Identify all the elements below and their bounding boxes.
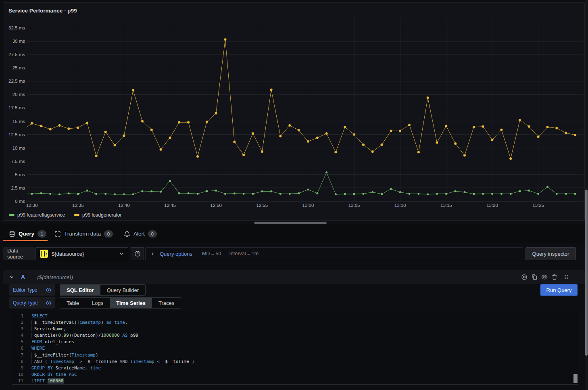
query-type-label: Query Type [13, 300, 38, 306]
code-line[interactable]: 3 ServiceName, [12, 326, 578, 332]
tab-query-label: Query [19, 231, 34, 237]
line-content: ServiceName, [23, 326, 66, 332]
bell-icon [124, 231, 130, 237]
line-number: 4 [12, 332, 23, 339]
chevron-down-icon [119, 251, 124, 256]
info-icon [46, 288, 51, 293]
code-line[interactable]: 7 $__timeFilter(Timestamp) [12, 352, 578, 359]
tab-transform-data[interactable]: Transform data 0 [54, 224, 113, 243]
run-query-button[interactable]: Run Query [540, 284, 578, 296]
editor-type-label: Editor Type [13, 287, 37, 293]
collapse-chevron-icon[interactable] [9, 274, 15, 280]
svg-text:12:40: 12:40 [118, 203, 130, 208]
duplicate-query-icon[interactable] [531, 274, 538, 280]
svg-text:15 ms: 15 ms [13, 119, 25, 124]
line-number: 1 [12, 313, 23, 319]
datasource-picker[interactable]: ${datasource} [35, 247, 128, 260]
line-content: ORDER BY time ASC [23, 371, 77, 378]
svg-text:12:45: 12:45 [164, 203, 176, 208]
delete-query-trash-icon[interactable] [551, 274, 558, 280]
svg-text:32.5 ms: 32.5 ms [8, 25, 25, 30]
line-number: 7 [12, 352, 23, 359]
tab-alert-count: 0 [148, 230, 157, 238]
query-type-option-table[interactable]: Table [60, 298, 85, 308]
tab-alert[interactable]: Alert 0 [124, 224, 157, 243]
line-number: 11 [12, 378, 23, 384]
svg-text:10 ms: 10 ms [13, 146, 25, 150]
editor-scrollbar-thumb[interactable] [573, 374, 578, 383]
query-options-section: Query options MD = 50 Interval = 1m [145, 247, 523, 260]
editor-type-option-sql-editor[interactable]: SQL Editor [60, 285, 100, 295]
active-tab-underline [3, 240, 48, 241]
datasource-label: Data source [3, 247, 35, 260]
clickhouse-logo-icon [40, 250, 48, 258]
line-number: 2 [12, 319, 23, 326]
svg-text:17.5 ms: 17.5 ms [8, 105, 25, 110]
query-row-actions [521, 274, 580, 280]
svg-text:0 ms: 0 ms [15, 199, 25, 204]
line-number: 5 [12, 339, 23, 345]
code-line[interactable]: 2 $__timeInterval(Timestamp) as time, [12, 319, 578, 326]
timeseries-panel: Service Performance - p99 0 ms2.5 ms5 ms… [3, 2, 585, 221]
code-line[interactable]: 9GROUP BY ServiceName, time [12, 365, 578, 371]
datasource-help-button[interactable] [131, 247, 144, 260]
query-inspector-button[interactable]: Query inspector [525, 247, 576, 260]
code-line[interactable]: 11LIMIT 100000 [12, 378, 578, 384]
legend-swatch [9, 214, 15, 216]
line-content: quantile(0.99)(Duration)/1000000 AS p99 [23, 332, 138, 339]
hide-response-eye-icon[interactable] [541, 274, 548, 280]
tab-query-count: 1 [38, 230, 46, 238]
record-icon[interactable] [521, 274, 528, 280]
tab-alert-label: Alert [133, 231, 145, 237]
sql-code-editor[interactable]: 1SELECT2 $__timeInterval(Timestamp) as t… [12, 311, 578, 385]
svg-text:12:35: 12:35 [72, 203, 84, 208]
max-data-points-value: MD = 50 [202, 251, 221, 257]
page-scrollbar-thumb[interactable] [585, 190, 588, 356]
legend-item[interactable]: p99 featureflagservice [9, 212, 65, 218]
svg-text:12:30: 12:30 [26, 203, 38, 208]
line-content: SELECT [23, 313, 48, 319]
query-options-toggle[interactable]: Query options [160, 251, 192, 257]
editor-tabbar: Query 1 Transform data 0 Alert 0 [0, 224, 588, 243]
legend-item[interactable]: p99 loadgenerator [74, 212, 121, 218]
svg-text:25 ms: 25 ms [13, 65, 25, 70]
query-type-option-logs[interactable]: Logs [85, 298, 110, 308]
code-line[interactable]: 8 AND ( Timestamp >= $__fromTime AND Tim… [12, 359, 578, 365]
code-line[interactable]: 1SELECT [12, 313, 578, 319]
query-row-header[interactable]: A (${datasource}) [3, 270, 585, 284]
line-content: GROUP BY ServiceName, time [23, 365, 101, 371]
line-content: $__timeFilter(Timestamp) [23, 352, 98, 359]
svg-text:12.5 ms: 12.5 ms [8, 132, 25, 137]
query-toolbar: Data source ${datasource} Query options … [3, 247, 585, 260]
query-datasource-hint: (${datasource}) [37, 274, 73, 280]
drag-handle-icon[interactable] [563, 274, 569, 280]
code-line[interactable]: 6WHERE [12, 345, 578, 352]
editor-type-option-query-builder[interactable]: Query Builder [100, 285, 145, 295]
query-type-option-traces[interactable]: Traces [152, 298, 181, 308]
line-content: LIMIT 100000 [23, 378, 64, 384]
query-type-option-time-series[interactable]: Time Series [110, 298, 152, 308]
code-line[interactable]: 4 quantile(0.99)(Duration)/1000000 AS p9… [12, 332, 578, 339]
code-line[interactable]: 5FROM otel_traces [12, 339, 578, 345]
svg-text:13:25: 13:25 [532, 203, 544, 208]
svg-text:30 ms: 30 ms [13, 39, 25, 44]
info-icon [46, 300, 51, 306]
panel-horizontal-scrollbar[interactable] [254, 222, 327, 224]
database-icon [9, 231, 15, 237]
svg-text:2.5 ms: 2.5 ms [11, 186, 25, 190]
query-type-chip: Query Type [9, 297, 55, 309]
page-scrollbar-track[interactable] [585, 0, 588, 390]
datasource-value: ${datasource} [52, 251, 115, 257]
line-content: FROM otel_traces [23, 339, 74, 345]
tab-transform-count: 0 [104, 230, 113, 238]
chevron-right-icon[interactable] [150, 252, 155, 256]
timeseries-chart[interactable]: 0 ms2.5 ms5 ms7.5 ms10 ms12.5 ms15 ms17.… [3, 13, 585, 214]
line-number: 8 [12, 359, 23, 365]
legend-swatch [74, 214, 79, 216]
line-number: 6 [12, 345, 23, 352]
code-line[interactable]: 10ORDER BY time ASC [12, 371, 578, 378]
legend-label: p99 featureflagservice [17, 212, 65, 218]
svg-text:22.5 ms: 22.5 ms [8, 79, 25, 83]
svg-text:13:05: 13:05 [348, 203, 360, 208]
svg-text:13:20: 13:20 [486, 203, 498, 208]
